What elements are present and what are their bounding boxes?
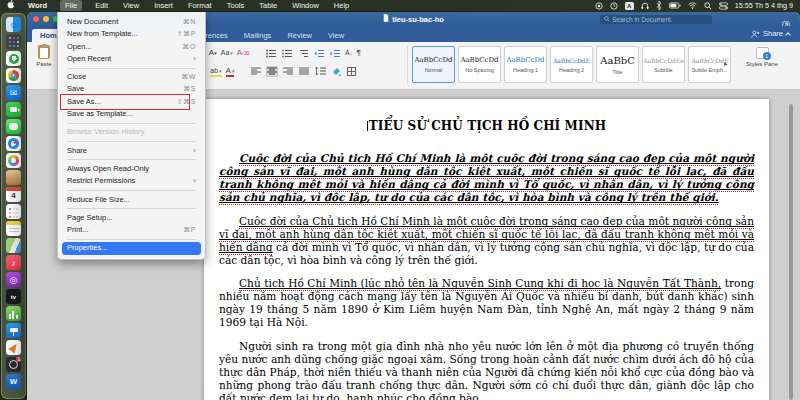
podium-icon — [10, 328, 18, 332]
menu-tools[interactable]: Tools — [225, 0, 247, 11]
document-page[interactable]: TIỂU SỬ CHỦ TỊCH HỒ CHÍ MINH Cuộc đời củ… — [204, 99, 769, 400]
change-case-button[interactable]: Aa▾ — [221, 48, 233, 58]
headphones-icon[interactable] — [641, 2, 649, 10]
menu-edit[interactable]: Edit — [93, 0, 110, 11]
menu-item-page-setup[interactable]: Page Setup... — [58, 212, 205, 224]
screen-record-icon[interactable] — [595, 2, 603, 10]
menu-item-new-from-template[interactable]: New from Template...⇧⌘P — [58, 28, 205, 40]
menu-view[interactable]: View — [121, 0, 141, 11]
dock-item-launchpad[interactable] — [6, 34, 21, 49]
gallery-more-arrow[interactable]: ▸ — [724, 60, 728, 68]
line-spacing-button[interactable] — [314, 66, 327, 77]
numbering-button[interactable] — [281, 48, 293, 59]
dock-item-garageband[interactable]: 1 — [6, 357, 21, 372]
style-normal[interactable]: AaBbCcDd Normal — [412, 46, 455, 83]
menu-insert[interactable]: Insert — [152, 0, 175, 11]
control-center-icon[interactable] — [719, 2, 728, 10]
dock-item-coccoc-browser[interactable] — [6, 51, 21, 66]
align-right-button[interactable] — [282, 66, 294, 77]
multilevel-list-button[interactable] — [297, 48, 309, 59]
dock-item-finder[interactable]: ☺ — [6, 17, 21, 32]
menu-bar-clock[interactable]: 15:55 Th 5 4 thg 9 — [735, 1, 793, 10]
menu-item-print[interactable]: Print...⌘P — [58, 224, 205, 236]
menu-item-always-open-read-only[interactable]: Always Open Read-Only — [58, 163, 205, 175]
borders-button[interactable] — [346, 66, 357, 77]
align-left-button[interactable] — [250, 66, 262, 77]
font-color-button[interactable]: A▾ — [226, 66, 235, 77]
increase-indent-button[interactable] — [329, 48, 341, 59]
menu-item-open-recent[interactable]: Open Recent› — [58, 53, 205, 65]
menu-item-save[interactable]: Save⌘S — [58, 83, 205, 95]
dock-item-podcasts[interactable]: ◎ — [6, 272, 21, 287]
highlight-color-button[interactable]: ab▾ — [210, 66, 221, 77]
dock-item-tv[interactable]: tv — [6, 289, 21, 304]
dock-item-numbers[interactable] — [6, 306, 21, 321]
dock-item-safari[interactable] — [6, 136, 21, 151]
spotlight-search-icon[interactable] — [704, 2, 712, 10]
bullets-button[interactable] — [265, 48, 277, 59]
apple-logo-icon[interactable] — [7, 0, 15, 11]
menu-window[interactable]: Window — [290, 0, 321, 11]
dock-item-messages[interactable] — [6, 119, 21, 134]
menu-item-restrict-permissions[interactable]: Restrict Permissions› — [58, 175, 205, 187]
vertical-scrollbar[interactable] — [789, 104, 793, 400]
menu-item-open[interactable]: Open...⌘O — [58, 41, 205, 53]
menu-word[interactable]: Word — [26, 0, 49, 11]
clear-formatting-button[interactable]: A⌫ — [237, 48, 249, 58]
sort-button[interactable]: A↓ — [345, 48, 352, 58]
clock-icon[interactable] — [610, 2, 618, 10]
shrink-font-button[interactable]: A▾ — [209, 48, 217, 58]
style-heading-1[interactable]: AaBbCcDd Heading 1 — [504, 46, 547, 83]
share-button[interactable]: Share — [751, 29, 790, 38]
bluetooth-icon[interactable] — [656, 1, 662, 10]
menu-item-share[interactable]: Share› — [58, 145, 205, 157]
close-window-button[interactable] — [33, 16, 39, 22]
menu-item-reduce-file-size[interactable]: Reduce File Size... — [58, 194, 205, 206]
style-heading-2[interactable]: AaBbCcDdE Heading 2 — [550, 46, 593, 83]
paste-button[interactable]: Paste — [31, 45, 57, 67]
style-title[interactable]: AaBbC Title — [596, 46, 639, 83]
style-no-spacing[interactable]: AaBbCcDd No Spacing — [458, 46, 501, 83]
dock-item-contacts[interactable] — [6, 170, 21, 185]
menu-item-properties[interactable]: Properties... — [62, 242, 201, 254]
menu-item-close[interactable]: Close⌘W — [58, 71, 205, 83]
justify-button[interactable] — [298, 66, 310, 77]
dock-item-music[interactable]: ♪ — [6, 255, 21, 270]
dock-item-mail[interactable]: ✉ — [6, 85, 21, 100]
menu-item-save-as-template[interactable]: Save as Template... — [58, 108, 205, 120]
input-source-icon[interactable]: A — [625, 2, 634, 10]
minimize-window-button[interactable] — [43, 16, 49, 22]
wifi-icon[interactable] — [688, 2, 697, 9]
dock-item-chrome[interactable] — [6, 68, 21, 83]
dock-item-pages[interactable] — [6, 340, 21, 355]
menu-format[interactable]: Format — [186, 0, 214, 11]
show-paragraph-marks-button[interactable]: ¶ — [357, 48, 361, 58]
tab-mailings[interactable]: Mailings — [236, 29, 280, 42]
dock-item-notes[interactable] — [6, 221, 21, 236]
submenu-arrow-icon: › — [193, 145, 196, 157]
tab-review[interactable]: Review — [279, 29, 320, 42]
shading-button[interactable] — [331, 66, 342, 77]
menu-item-new-document[interactable]: New Document⌘N — [58, 16, 205, 28]
dock-item-keynote[interactable] — [6, 323, 21, 338]
menu-table[interactable]: Table — [257, 0, 279, 11]
dock-item-photos[interactable] — [6, 153, 21, 168]
menu-file[interactable]: File — [60, 0, 82, 11]
dock-item-maps[interactable] — [6, 238, 21, 253]
menu-help[interactable]: Help — [332, 0, 351, 11]
search-icon — [604, 16, 610, 23]
dock-item-calendar[interactable]: 4 — [6, 187, 21, 202]
podcasts-icon: ◎ — [10, 275, 18, 285]
tab-view[interactable]: View — [320, 29, 352, 42]
menu-item-save-as[interactable]: Save As...⇧⌘S — [58, 96, 205, 108]
align-center-button[interactable] — [266, 66, 278, 77]
dock-item-word[interactable]: W — [6, 374, 21, 389]
decrease-indent-button[interactable] — [313, 48, 325, 59]
dock-item-facetime[interactable] — [6, 102, 21, 117]
document-search-input[interactable]: Search in Document — [600, 15, 712, 25]
battery-icon[interactable] — [669, 2, 681, 9]
dock-item-reminders[interactable] — [6, 204, 21, 219]
style-subtitle[interactable]: AaBbCcDdEe Subtitle — [642, 46, 685, 83]
music-note-icon: ♪ — [11, 258, 16, 268]
styles-pane-button[interactable]: Styles Pane — [739, 47, 785, 67]
